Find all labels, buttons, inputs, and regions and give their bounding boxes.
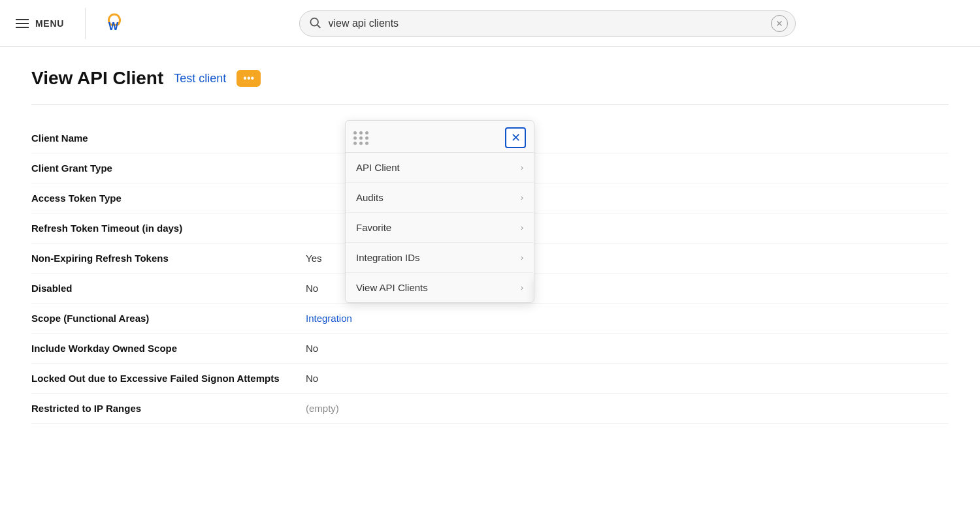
dropdown-item-label: Integration IDs bbox=[356, 252, 420, 263]
search-icon bbox=[308, 16, 321, 31]
dropdown-item-label: Audits bbox=[356, 192, 384, 203]
field-label: Include Workday Owned Scope bbox=[31, 343, 306, 354]
page-content: View API Client Test client ••• Client N… bbox=[0, 47, 980, 445]
page-title-row: View API Client Test client ••• bbox=[31, 68, 949, 89]
search-bar: ✕ bbox=[299, 10, 796, 37]
chevron-right-icon: › bbox=[521, 163, 523, 172]
table-row: Include Workday Owned Scope No bbox=[31, 334, 949, 364]
dropdown-item-label: Favorite bbox=[356, 222, 391, 233]
divider bbox=[31, 104, 949, 105]
dropdown-header: ✕ bbox=[346, 121, 534, 153]
drag-handle-icon bbox=[353, 131, 369, 145]
dropdown-item-favorite[interactable]: Favorite › bbox=[346, 213, 534, 243]
search-input[interactable] bbox=[299, 10, 796, 37]
field-label: Refresh Token Timeout (in days) bbox=[31, 223, 306, 234]
field-label: Client Grant Type bbox=[31, 163, 306, 174]
chevron-right-icon: › bbox=[521, 283, 523, 292]
header-divider bbox=[85, 8, 86, 39]
chevron-right-icon: › bbox=[521, 223, 523, 232]
field-label: Non-Expiring Refresh Tokens bbox=[31, 253, 306, 264]
table-row: Restricted to IP Ranges (empty) bbox=[31, 394, 949, 424]
close-button[interactable]: ✕ bbox=[505, 127, 526, 148]
chevron-right-icon: › bbox=[521, 253, 523, 262]
search-clear-button[interactable]: ✕ bbox=[771, 15, 788, 32]
field-value: No bbox=[306, 373, 318, 384]
dropdown-item-view-api-clients[interactable]: View API Clients › bbox=[346, 273, 534, 302]
menu-label: MENU bbox=[35, 18, 64, 29]
field-label: Client Name bbox=[31, 133, 306, 144]
chevron-right-icon: › bbox=[521, 193, 523, 202]
scope-link[interactable]: Integration bbox=[306, 313, 352, 324]
field-label: Scope (Functional Areas) bbox=[31, 313, 306, 324]
dropdown-item-label: API Client bbox=[356, 162, 400, 173]
table-row: Scope (Functional Areas) Integration bbox=[31, 304, 949, 334]
field-value: Yes bbox=[306, 253, 321, 264]
dropdown-item-api-client[interactable]: API Client › bbox=[346, 153, 534, 183]
header: MENU W ✕ bbox=[0, 0, 980, 47]
svg-text:W: W bbox=[108, 21, 119, 32]
svg-point-1 bbox=[310, 18, 318, 25]
more-dots-icon: ••• bbox=[243, 72, 254, 84]
svg-line-2 bbox=[317, 25, 320, 28]
field-label: Locked Out due to Excessive Failed Signo… bbox=[31, 373, 306, 384]
field-value: (empty) bbox=[306, 403, 339, 414]
dropdown-overlay: ✕ API Client › Audits › Favorite › Integ… bbox=[345, 120, 534, 303]
field-label: Access Token Type bbox=[31, 193, 306, 204]
dropdown-card: ✕ API Client › Audits › Favorite › Integ… bbox=[345, 120, 534, 303]
table-row: Locked Out due to Excessive Failed Signo… bbox=[31, 364, 949, 394]
menu-button[interactable]: MENU bbox=[16, 13, 72, 34]
field-label: Disabled bbox=[31, 283, 306, 294]
hamburger-icon bbox=[16, 19, 29, 28]
field-value: No bbox=[306, 343, 318, 354]
dropdown-item-label: View API Clients bbox=[356, 282, 428, 293]
field-value: No bbox=[306, 283, 318, 294]
logo[interactable]: W bbox=[99, 8, 130, 39]
dropdown-item-integration-ids[interactable]: Integration IDs › Edit API Client for In… bbox=[346, 243, 534, 273]
more-options-button[interactable]: ••• bbox=[237, 70, 261, 87]
field-label: Restricted to IP Ranges bbox=[31, 403, 306, 414]
page-title: View API Client bbox=[31, 68, 163, 89]
dropdown-item-audits[interactable]: Audits › bbox=[346, 183, 534, 213]
breadcrumb-link[interactable]: Test client bbox=[174, 72, 226, 86]
